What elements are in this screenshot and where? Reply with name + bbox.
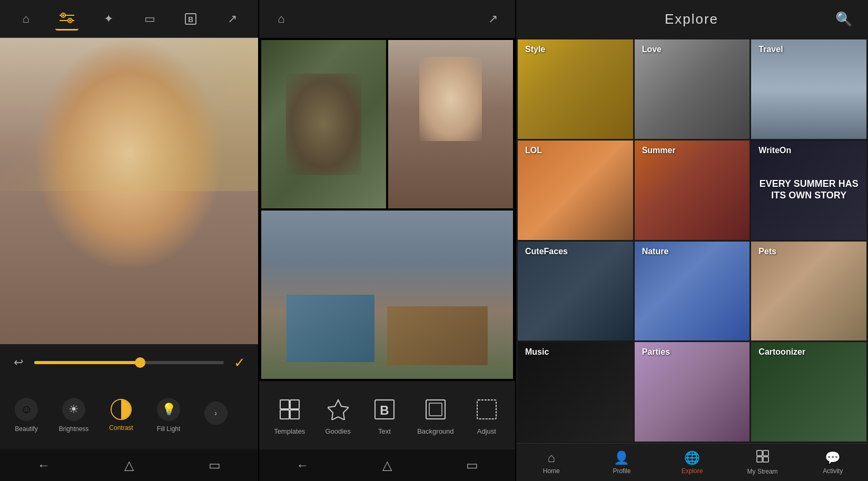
- explore-cell-nature[interactable]: Nature: [635, 242, 750, 341]
- adjust-label: Adjust: [477, 427, 496, 435]
- explore-cell-pets[interactable]: Pets: [751, 242, 866, 341]
- fill-light-icon: 💡: [157, 398, 180, 421]
- style-label: Style: [525, 45, 545, 54]
- svg-point-5: [69, 19, 71, 22]
- nav-item-mystream[interactable]: My Stream: [742, 450, 784, 475]
- svg-rect-21: [763, 450, 768, 456]
- love-label: Love: [642, 45, 662, 54]
- svg-rect-20: [757, 450, 762, 456]
- music-label: Music: [525, 347, 549, 357]
- svg-text:B: B: [380, 403, 389, 417]
- editor-panel: ⌂ ✦ ▭ B ↗: [0, 0, 258, 481]
- profile-nav-icon: 👤: [614, 450, 629, 465]
- home-nav-label: Home: [543, 467, 560, 475]
- explore-grid: Style Love Travel LOL Summer WriteOn EVE…: [516, 38, 868, 443]
- contrast-label: Contrast: [109, 424, 133, 432]
- brightness-label: Brightness: [59, 425, 89, 433]
- nav-recent-button[interactable]: ▭: [209, 458, 221, 473]
- tool-adjust[interactable]: Adjust: [473, 396, 500, 435]
- tool-background[interactable]: Background: [417, 396, 453, 435]
- slider-thumb[interactable]: [135, 357, 145, 368]
- collage-cell-3[interactable]: [261, 211, 513, 379]
- magic-icon[interactable]: ✦: [97, 7, 120, 31]
- mystream-nav-label: My Stream: [747, 468, 778, 475]
- explore-nav-label: Explore: [682, 467, 703, 475]
- tool-contrast[interactable]: Contrast: [97, 384, 145, 447]
- svg-text:B: B: [188, 15, 193, 24]
- home-icon[interactable]: ⌂: [14, 7, 37, 31]
- collage-nav-back[interactable]: ←: [296, 458, 309, 473]
- travel-label: Travel: [758, 45, 783, 54]
- background-icon: [422, 396, 449, 423]
- explore-panel: Explore 🔍 Style Love Travel LOL Summer W…: [516, 0, 868, 481]
- explore-cell-writeon[interactable]: WriteOn EVERY SUMMER HAS ITS OWN STORY: [751, 141, 866, 240]
- cutefaces-label: CuteFaces: [525, 247, 568, 256]
- tool-goodies[interactable]: Goodies: [324, 396, 352, 435]
- collage-toolbar: ⌂ ↗: [259, 0, 515, 38]
- lol-label: LOL: [525, 146, 542, 155]
- mystream-nav-icon: [756, 450, 769, 466]
- collage-nav-bar: ← △ ▭: [259, 449, 515, 481]
- explore-bottom-nav: ⌂ Home 👤 Profile 🌐 Explore My Stream 💬: [516, 443, 868, 481]
- nav-item-home[interactable]: ⌂ Home: [530, 450, 573, 475]
- writeon-label: WriteOn: [758, 146, 791, 155]
- share-icon[interactable]: ↗: [221, 7, 244, 31]
- nav-item-profile[interactable]: 👤 Profile: [600, 450, 643, 475]
- collage-home-icon[interactable]: ⌂: [270, 7, 293, 31]
- collage-panel: ⌂ ↗: [258, 0, 516, 481]
- goodies-label: Goodies: [325, 427, 350, 435]
- text-icon: B: [371, 396, 398, 423]
- goodies-icon: [324, 396, 352, 423]
- collage-nav-home[interactable]: △: [382, 458, 392, 473]
- svg-marker-14: [328, 400, 349, 420]
- tool-templates[interactable]: Templates: [274, 396, 305, 435]
- pets-label: Pets: [758, 247, 776, 256]
- svg-rect-19: [477, 400, 496, 419]
- brightness-icon: ☀: [62, 398, 85, 421]
- explore-cell-summer[interactable]: Summer: [635, 141, 750, 240]
- undo-button[interactable]: ↩: [8, 352, 29, 373]
- editor-photo-bg: [0, 38, 258, 344]
- tool-text[interactable]: B Text: [371, 396, 398, 435]
- brightness-slider[interactable]: [34, 361, 224, 364]
- collage-nav-recent[interactable]: ▭: [466, 458, 478, 473]
- explore-cell-travel[interactable]: Travel: [751, 39, 866, 139]
- beautify-icon: ☺: [15, 398, 38, 421]
- explore-cell-lol[interactable]: LOL: [518, 141, 633, 240]
- profile-nav-label: Profile: [613, 467, 630, 475]
- collage-share-icon[interactable]: ↗: [481, 7, 505, 31]
- nav-back-button[interactable]: ←: [37, 458, 50, 473]
- tool-more[interactable]: ›: [192, 384, 240, 447]
- confirm-button[interactable]: ✓: [229, 352, 250, 373]
- text-label: Text: [378, 427, 391, 435]
- activity-nav-label: Activity: [823, 467, 843, 475]
- explore-title: Explore: [665, 11, 718, 27]
- fill-light-label: Fill Light: [157, 425, 181, 433]
- explore-cell-cutefaces[interactable]: CuteFaces: [518, 242, 633, 341]
- text-bold-icon[interactable]: B: [179, 7, 202, 31]
- frame-icon[interactable]: ▭: [138, 7, 161, 31]
- nav-item-explore[interactable]: 🌐 Explore: [671, 450, 713, 475]
- search-icon[interactable]: 🔍: [835, 11, 852, 27]
- nav-home-button[interactable]: △: [124, 458, 134, 473]
- nav-item-activity[interactable]: 💬 Activity: [812, 450, 854, 475]
- tool-fill-light[interactable]: 💡 Fill Light: [145, 384, 192, 447]
- adjust-icon: [473, 396, 500, 423]
- collage-cell-2[interactable]: [388, 40, 513, 208]
- beautify-label: Beautify: [15, 425, 37, 433]
- tool-brightness[interactable]: ☀ Brightness: [50, 384, 97, 447]
- activity-nav-icon: 💬: [825, 450, 841, 465]
- explore-cell-cartoonizer[interactable]: Cartoonizer: [751, 342, 866, 442]
- more-icon: ›: [204, 402, 228, 425]
- explore-cell-music[interactable]: Music: [518, 342, 633, 442]
- explore-cell-love[interactable]: Love: [635, 39, 750, 139]
- contrast-icon: [111, 399, 132, 420]
- explore-cell-style[interactable]: Style: [518, 39, 633, 139]
- collage-cell-1[interactable]: [261, 40, 386, 208]
- tool-beautify[interactable]: ☺ Beautify: [3, 384, 50, 447]
- explore-cell-parties[interactable]: Parties: [635, 342, 750, 442]
- svg-rect-10: [280, 400, 289, 409]
- adjust-icon[interactable]: [55, 7, 78, 31]
- explore-header: Explore 🔍: [516, 0, 868, 38]
- templates-icon: [276, 396, 303, 423]
